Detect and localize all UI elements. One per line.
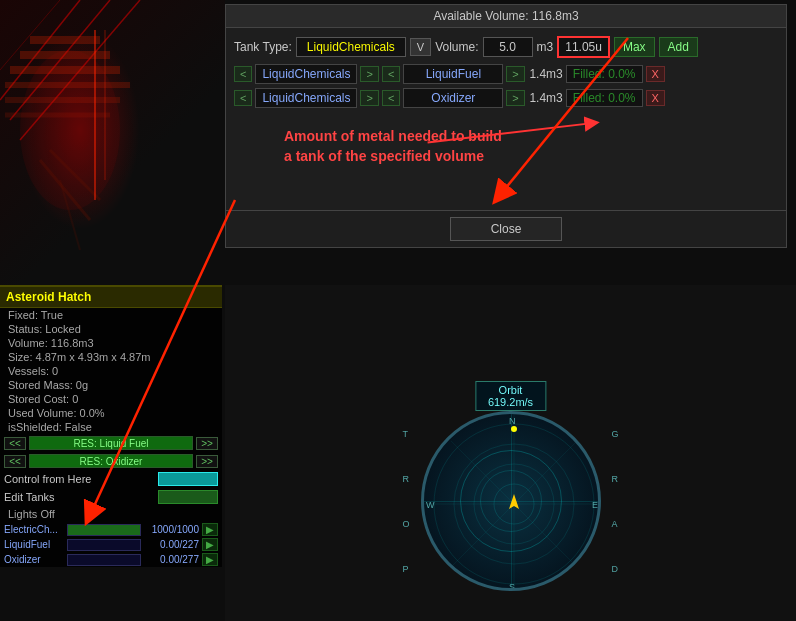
panel-title: Asteroid Hatch	[0, 287, 222, 308]
tank1-right-arrow[interactable]: >	[360, 66, 378, 82]
volume-unit: m3	[537, 40, 554, 54]
bg-left-scene	[0, 0, 225, 285]
oxidizer-bar	[67, 554, 141, 566]
tank2-left-arrow[interactable]: <	[234, 90, 252, 106]
control-bar[interactable]	[158, 472, 218, 486]
panel-row-size: Size: 4.87m x 4.93m x 4.87m	[0, 350, 222, 364]
tank1-left-arrow2[interactable]: <	[382, 66, 400, 82]
electric-bar	[67, 524, 141, 536]
tank2-remove-button[interactable]: X	[646, 90, 665, 106]
orbit-circle: N S W E	[421, 411, 601, 591]
liquidfuel-bar	[67, 539, 141, 551]
tank-row-1: < LiquidChemicals > < LiquidFuel > 1.4m3…	[234, 64, 778, 84]
tank1-volume: 1.4m3	[528, 67, 563, 81]
panel-row-fixed: Fixed: True	[0, 308, 222, 322]
tank1-name2: LiquidFuel	[403, 64, 503, 84]
res-bar-liquid-fuel-row: << RES: Liquid Fuel >>	[0, 434, 222, 452]
orbit-svg: N S W E	[424, 414, 601, 591]
tank-type-label: Tank Type:	[234, 40, 292, 54]
tank2-name1: LiquidChemicals	[255, 88, 357, 108]
oxidizer-res-row: Oxidizer 0.00/277 ▶	[0, 552, 222, 567]
oxidizer-value: 0.00/277	[144, 554, 199, 565]
tank-row-2: < LiquidChemicals > < Oxidizer > 1.4m3 F…	[234, 88, 778, 108]
stored-cost-label: Stored Cost: 0	[8, 393, 78, 405]
stored-mass-label: Stored Mass: 0g	[8, 379, 88, 391]
tank2-name2: Oxidizer	[403, 88, 503, 108]
close-button[interactable]: Close	[450, 217, 563, 241]
panel-row-vessels: Vessels: 0	[0, 364, 222, 378]
tank1-name1: LiquidChemicals	[255, 64, 357, 84]
res1-left-button[interactable]: <<	[4, 437, 26, 450]
fixed-label: Fixed: True	[8, 309, 63, 321]
res1-right-button[interactable]: >>	[196, 437, 218, 450]
vessels-label: Vessels: 0	[8, 365, 58, 377]
panel-row-used-vol: Used Volume: 0.0%	[0, 406, 222, 420]
volume-label-panel: Volume: 116.8m3	[8, 337, 94, 349]
svg-text:N: N	[509, 416, 516, 426]
res1-bar-label: RES: Liquid Fuel	[30, 437, 192, 449]
tank1-remove-button[interactable]: X	[646, 66, 665, 82]
orbit-label: Orbit	[488, 384, 533, 396]
lights-label: Lights Off	[8, 508, 55, 520]
control-from-here-row: Control from Here	[0, 470, 222, 488]
svg-marker-25	[509, 494, 519, 509]
svg-text:E: E	[592, 500, 598, 510]
tank1-filled: Filled: 0.0%	[566, 65, 643, 83]
edit-tanks-bar[interactable]	[158, 490, 218, 504]
volume-label: Volume:	[435, 40, 478, 54]
panel-row-stored-cost: Stored Cost: 0	[0, 392, 222, 406]
bg-bottom-scene: Orbit 619.2m/s	[225, 285, 796, 621]
liquidfuel-arrow-button[interactable]: ▶	[202, 538, 218, 551]
used-volume-label: Used Volume: 0.0%	[8, 407, 105, 419]
panel-row-stored-mass: Stored Mass: 0g	[0, 378, 222, 392]
left-panel: Asteroid Hatch Fixed: True Status: Locke…	[0, 285, 222, 567]
tank-type-row: Tank Type: LiquidChemicals V Volume: m3 …	[234, 36, 778, 58]
add-button[interactable]: Add	[659, 37, 698, 57]
available-volume-text: Available Volume: 116.8m3	[433, 9, 578, 23]
metal-cost: 11.05u	[557, 36, 610, 58]
panel-row-shielded: isShielded: False	[0, 420, 222, 434]
annotation-text: Amount of metal needed to builda tank of…	[284, 127, 502, 166]
liquidfuel-label: LiquidFuel	[4, 539, 64, 550]
oxidizer-arrow-button[interactable]: ▶	[202, 553, 218, 566]
res1-bar: RES: Liquid Fuel	[29, 436, 193, 450]
shielded-label: isShielded: False	[8, 421, 92, 433]
edit-tanks-row: Edit Tanks	[0, 488, 222, 506]
tank2-volume: 1.4m3	[528, 91, 563, 105]
svg-point-24	[511, 426, 517, 432]
annotation-area: Amount of metal needed to builda tank of…	[234, 112, 778, 202]
res2-right-button[interactable]: >>	[196, 455, 218, 468]
res-bar-oxidizer-row: << RES: Oxidizer >>	[0, 452, 222, 470]
dialog-body: Tank Type: LiquidChemicals V Volume: m3 …	[226, 28, 786, 210]
v-button[interactable]: V	[410, 38, 431, 56]
orbit-speed: 619.2m/s	[488, 396, 533, 408]
tank-type-value[interactable]: LiquidChemicals	[296, 37, 406, 57]
electric-res-row: ElectricCh... 1000/1000 ▶	[0, 522, 222, 537]
max-button[interactable]: Max	[614, 37, 655, 57]
tank2-right-arrow[interactable]: >	[360, 90, 378, 106]
tank2-left-arrow2[interactable]: <	[382, 90, 400, 106]
res2-bar-label: RES: Oxidizer	[30, 455, 192, 467]
tank2-filled: Filled: 0.0%	[566, 89, 643, 107]
svg-text:S: S	[509, 582, 515, 591]
dialog-window: Available Volume: 116.8m3 Tank Type: Liq…	[225, 4, 787, 248]
orbit-widget: Orbit 619.2m/s	[421, 411, 601, 591]
electric-value: 1000/1000	[144, 524, 199, 535]
lights-off-row: Lights Off	[0, 506, 222, 522]
res2-left-button[interactable]: <<	[4, 455, 26, 468]
panel-row-volume: Volume: 116.8m3	[0, 336, 222, 350]
status-label: Status: Locked	[8, 323, 81, 335]
liquidfuel-res-row: LiquidFuel 0.00/227 ▶	[0, 537, 222, 552]
size-label: Size: 4.87m x 4.93m x 4.87m	[8, 351, 150, 363]
volume-input[interactable]	[483, 37, 533, 57]
tank2-right-arrow2[interactable]: >	[506, 90, 524, 106]
res2-bar: RES: Oxidizer	[29, 454, 193, 468]
diagonal-lines	[0, 0, 225, 285]
oxidizer-label: Oxidizer	[4, 554, 64, 565]
liquidfuel-value: 0.00/227	[144, 539, 199, 550]
dialog-footer: Close	[226, 210, 786, 247]
electric-fill	[68, 525, 140, 535]
electric-arrow-button[interactable]: ▶	[202, 523, 218, 536]
tank1-left-arrow[interactable]: <	[234, 66, 252, 82]
tank1-right-arrow2[interactable]: >	[506, 66, 524, 82]
